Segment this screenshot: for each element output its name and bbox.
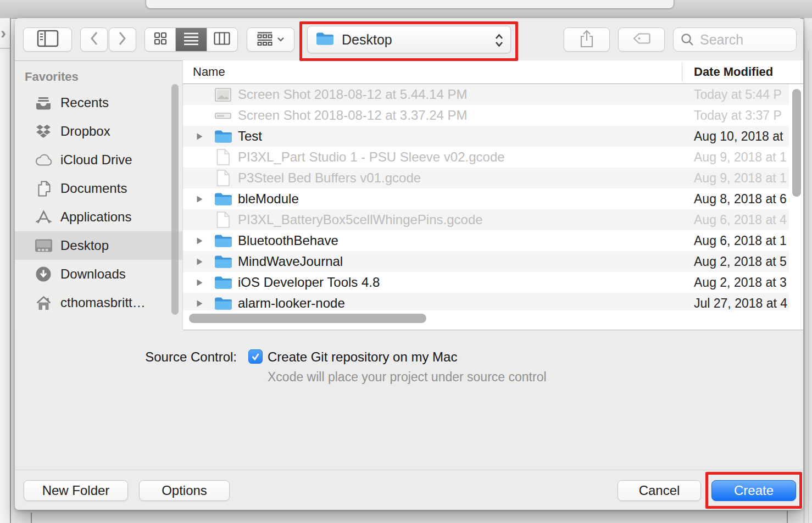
applications-icon — [33, 209, 54, 225]
disclosure-triangle-icon[interactable] — [196, 279, 204, 287]
file-name-cell: Screen Shot 2018-08-12 at 5.44.14 PM — [183, 87, 682, 102]
source-control-description: Xcode will place your project under sour… — [268, 370, 547, 385]
sidebar-toggle-button[interactable] — [23, 27, 72, 52]
file-date: Today at 3:37 P — [682, 108, 789, 123]
search-input[interactable] — [699, 31, 783, 48]
file-name: Test — [238, 129, 262, 144]
documents-icon — [33, 180, 54, 197]
column-header-date-modified[interactable]: Date Modified — [694, 65, 773, 79]
table-row[interactable]: Screen Shot 2018-08-12 at 3.37.24 PMToda… — [183, 105, 789, 126]
folder-icon — [214, 275, 232, 290]
file-name-cell: P3Steel Bed Buffers v01.gcode — [183, 169, 682, 187]
column-divider[interactable] — [682, 63, 682, 81]
disclosure-triangle-icon[interactable] — [196, 299, 204, 308]
column-header-name[interactable]: Name — [193, 65, 225, 79]
icon-view-button[interactable] — [145, 28, 175, 51]
file-name-cell: bleModule — [183, 191, 682, 207]
save-dialog: Desktop Favorites RecentsDropboxiCloud D… — [15, 18, 803, 510]
folder-icon — [214, 296, 232, 311]
downloads-icon — [33, 266, 54, 282]
column-view-button[interactable] — [207, 28, 237, 51]
list-view-icon — [183, 32, 199, 48]
horizontal-scrollbar[interactable] — [189, 314, 426, 323]
sidebar-item-dropbox[interactable]: Dropbox — [15, 117, 182, 146]
group-icon — [257, 31, 273, 48]
share-button[interactable] — [564, 27, 610, 52]
file-icon — [214, 211, 232, 229]
table-row[interactable]: Screen Shot 2018-08-12 at 5.44.14 PMToda… — [183, 84, 789, 105]
file-date: Aug 8, 2018 at 6 — [682, 192, 789, 207]
disclosure-triangle-icon[interactable] — [196, 258, 204, 266]
file-name: bleModule — [238, 191, 299, 207]
tag-button[interactable] — [618, 27, 665, 52]
back-icon — [90, 31, 98, 48]
share-icon — [579, 30, 595, 50]
background-sheet-top-edge — [146, 0, 674, 9]
divider — [31, 513, 32, 523]
sidebar-item-recents[interactable]: Recents — [15, 88, 182, 117]
table-row[interactable]: P3Steel Bed Buffers v01.gcodeAug 9, 2018… — [183, 168, 789, 188]
sidebar-item-downloads[interactable]: Downloads — [15, 260, 182, 288]
sidebar-item-documents[interactable]: Documents — [15, 174, 182, 203]
home-icon — [33, 295, 54, 311]
disclosure-triangle-icon[interactable] — [196, 132, 204, 141]
column-view-icon — [214, 32, 230, 47]
file-date: Aug 6, 2018 at 4 — [682, 213, 789, 227]
table-row[interactable]: iOS Developer Tools 4.8Aug 2, 2018 at 3 — [183, 272, 789, 293]
sidebar-item-cthomasbritt[interactable]: cthomasbritt… — [15, 288, 182, 317]
file-date: Today at 5:44 P — [682, 87, 789, 102]
table-row[interactable]: bleModuleAug 8, 2018 at 6 — [183, 188, 789, 209]
group-by-button[interactable] — [247, 27, 294, 52]
table-row[interactable]: PI3XL_BatteryBox5cellWhingePins.gcodeAug… — [183, 209, 789, 230]
options-button[interactable]: Options — [139, 480, 230, 501]
table-row[interactable]: MindWaveJournalAug 2, 2018 at 5 — [183, 251, 789, 272]
sidebar-item-icloud-drive[interactable]: iCloud Drive — [15, 146, 182, 174]
folder-icon — [214, 254, 232, 269]
desktop-icon — [33, 238, 54, 253]
list-header: Name Date Modified — [183, 60, 803, 84]
file-name-cell: alarm-looker-node — [183, 296, 682, 310]
table-row[interactable]: TestAug 10, 2018 at — [183, 126, 789, 147]
table-row[interactable]: BluetoothBehaveAug 6, 2018 at 1 — [183, 230, 789, 251]
vertical-scrollbar[interactable] — [792, 89, 801, 197]
location-dropdown[interactable]: Desktop — [307, 26, 511, 53]
folder-icon — [214, 129, 232, 144]
folder-icon — [315, 31, 333, 48]
folder-icon — [214, 233, 232, 248]
new-folder-button[interactable]: New Folder — [24, 480, 128, 501]
table-row[interactable]: alarm-looker-nodeJul 27, 2018 at 4 — [183, 293, 789, 310]
disclosure-triangle-icon[interactable] — [196, 237, 204, 245]
list-view-button[interactable] — [175, 28, 206, 51]
file-name-cell: MindWaveJournal — [183, 254, 682, 269]
sidebar-item-label: Recents — [60, 95, 109, 110]
file-name: alarm-looker-node — [238, 296, 345, 310]
sidebar-scrollbar[interactable] — [171, 84, 179, 315]
file-name: Screen Shot 2018-08-12 at 3.37.24 PM — [238, 108, 468, 123]
sidebar-item-label: cthomasbritt… — [60, 295, 146, 310]
file-name: BluetoothBehave — [238, 233, 338, 248]
dropbox-icon — [33, 124, 54, 139]
sidebar-item-desktop[interactable]: Desktop — [15, 231, 182, 260]
file-date: Aug 10, 2018 at — [682, 129, 789, 144]
file-name-cell: Screen Shot 2018-08-12 at 3.37.24 PM — [183, 108, 682, 123]
back-button[interactable] — [80, 27, 108, 52]
sidebar-item-label: Documents — [60, 181, 127, 196]
favorites-list: RecentsDropboxiCloud DriveDocumentsAppli… — [15, 88, 182, 317]
table-row[interactable]: PI3XL_Part Studio 1 - PSU Sleeve v02.gco… — [183, 147, 789, 168]
chevron-down-icon — [277, 35, 285, 44]
search-field[interactable] — [673, 27, 797, 52]
cancel-button[interactable]: Cancel — [618, 480, 701, 501]
sidebar-item-label: iCloud Drive — [60, 152, 132, 168]
create-button[interactable]: Create — [711, 480, 796, 501]
git-repository-checkbox[interactable] — [248, 349, 263, 364]
disclosure-triangle-icon[interactable] — [196, 195, 204, 203]
git-repository-checkbox-label[interactable]: Create Git repository on my Mac — [268, 349, 457, 365]
file-date: Aug 2, 2018 at 3 — [682, 275, 789, 290]
file-name-cell: Test — [183, 129, 682, 144]
sidebar-item-label: Applications — [60, 209, 131, 225]
file-name-cell: iOS Developer Tools 4.8 — [183, 275, 682, 290]
background-window-left-edge: › — [0, 18, 11, 523]
sidebar-item-applications[interactable]: Applications — [15, 203, 182, 231]
forward-button[interactable] — [109, 27, 136, 52]
tag-icon — [632, 32, 651, 47]
